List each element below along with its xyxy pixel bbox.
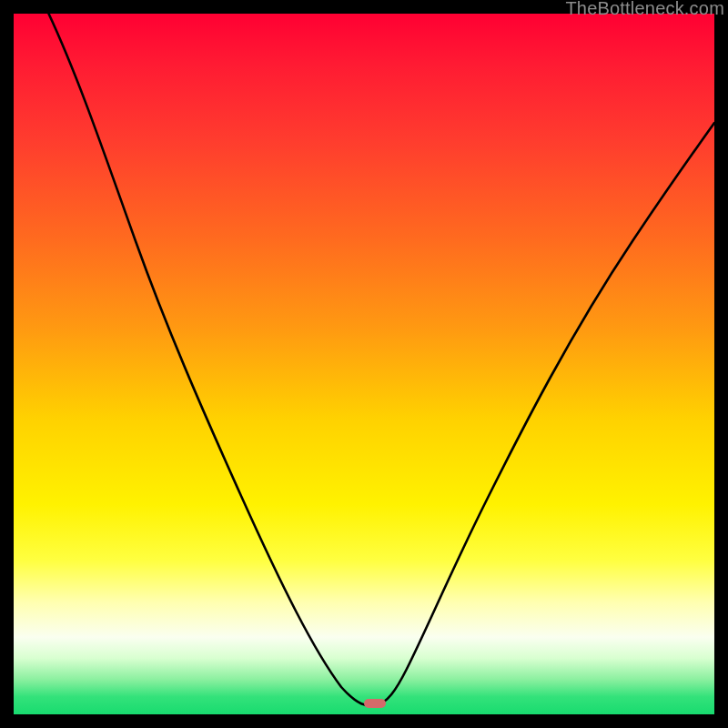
chart-stage: TheBottleneck.com	[0, 0, 728, 728]
watermark-label: TheBottleneck.com	[565, 0, 724, 19]
background-gradient	[14, 14, 714, 714]
plot-area	[14, 14, 714, 714]
optimum-marker	[364, 699, 386, 708]
